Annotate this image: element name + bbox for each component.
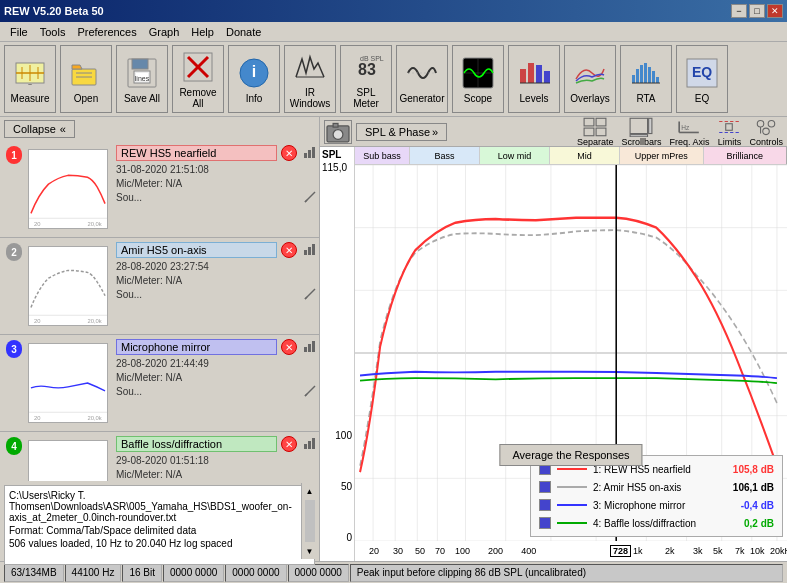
legend-checkbox-2[interactable]: [539, 481, 551, 493]
freq-20: 20: [369, 546, 379, 556]
spl-phase-button[interactable]: SPL & Phase »: [356, 123, 447, 141]
average-button[interactable]: Average the Responses: [499, 444, 642, 466]
svg-text:83: 83: [358, 61, 376, 78]
levels-button[interactable]: Levels: [508, 45, 560, 113]
info-label: Info: [246, 93, 263, 104]
legend-value-1: 105,8 dB: [719, 464, 774, 475]
menu-donate[interactable]: Donate: [220, 24, 267, 40]
collapse-button[interactable]: Collapse «: [4, 120, 75, 138]
limits-icon-item[interactable]: Limits: [717, 117, 741, 147]
svg-rect-73: [304, 444, 307, 449]
freq-axis-icon-item[interactable]: Hz Freq. Axis: [669, 117, 709, 147]
measurement-date-2: 28-08-2020 23:27:54: [116, 260, 297, 274]
measurement-meta-1: 31-08-2020 21:51:08 Mic/Meter: N/A Sou..…: [116, 163, 297, 205]
y-axis: SPL 115,0 100 50 0: [320, 147, 355, 561]
signal-icon-1[interactable]: [303, 145, 317, 188]
signal-icon-3[interactable]: [303, 339, 317, 382]
band-bass: Bass: [410, 147, 480, 164]
spl-meter-button[interactable]: dB SPL 83 SPL Meter: [340, 45, 392, 113]
menu-tools[interactable]: Tools: [34, 24, 72, 40]
measurement-soundcard-3: Sou...: [116, 385, 297, 399]
separate-icon-item[interactable]: Separate: [577, 117, 614, 147]
legend-checkbox-3[interactable]: [539, 499, 551, 511]
measurement-mic-3: Mic/Meter: N/A: [116, 371, 297, 385]
sample-rate-value: 44100 Hz: [72, 567, 115, 578]
data2-value: 0000 0000: [232, 567, 279, 578]
info-button[interactable]: i Info: [228, 45, 280, 113]
separate-icon: [583, 117, 607, 137]
freq-7k: 7k: [735, 546, 745, 556]
legend-label-3: 3: Microphone mirror: [593, 500, 713, 511]
maximize-button[interactable]: □: [749, 4, 765, 18]
measurement-item-1: 1 20 20,0k REW HS5 nearfiel: [0, 141, 319, 238]
generator-button[interactable]: Generator: [396, 45, 448, 113]
svg-text:i: i: [252, 63, 256, 80]
signal-icon-4[interactable]: [303, 436, 317, 479]
close-measurement-1[interactable]: ✕: [281, 145, 297, 161]
close-measurement-4[interactable]: ✕: [281, 436, 297, 452]
menu-help[interactable]: Help: [185, 24, 220, 40]
collapse-icon: «: [60, 123, 66, 135]
expand-icon: »: [432, 126, 438, 138]
svg-text:~: ~: [28, 81, 32, 88]
signal-icon-2[interactable]: [303, 242, 317, 285]
controls-icon-item[interactable]: Controls: [749, 117, 783, 147]
spl-meter-label: SPL Meter: [343, 87, 389, 109]
svg-line-59: [305, 297, 307, 299]
edit-icon-2[interactable]: [303, 287, 317, 330]
overlays-button[interactable]: Overlays: [564, 45, 616, 113]
legend-line-3: [557, 504, 587, 506]
remove-all-button[interactable]: Remove All: [172, 45, 224, 113]
scroll-up-arrow[interactable]: ▲: [302, 483, 318, 499]
close-measurement-3[interactable]: ✕: [281, 339, 297, 355]
measurement-name-input-3[interactable]: Microphone mirror: [116, 339, 277, 355]
measurement-name-input-2[interactable]: Amir HS5 on-axis: [116, 242, 277, 258]
legend-checkbox-4[interactable]: [539, 517, 551, 529]
svg-rect-38: [656, 77, 659, 83]
legend-value-2: 106,1 dB: [719, 482, 774, 493]
rta-button[interactable]: RTA: [620, 45, 672, 113]
close-button[interactable]: ✕: [767, 4, 783, 18]
measurement-actions-2: [301, 238, 319, 334]
measurement-info-3: Microphone mirror ✕ 28-08-2020 21:44:49 …: [112, 335, 301, 431]
scroll-down-arrow[interactable]: ▼: [302, 543, 318, 559]
minimize-button[interactable]: −: [731, 4, 747, 18]
measure-button[interactable]: ~ Measure: [4, 45, 56, 113]
menu-graph[interactable]: Graph: [143, 24, 186, 40]
edit-icon-3[interactable]: [303, 384, 317, 427]
thumbnail-4: 20 20,0k: [28, 440, 108, 481]
measurement-name-input-4[interactable]: Baffle loss/diffraction: [116, 436, 277, 452]
svg-rect-81: [584, 118, 594, 126]
scope-button[interactable]: Scope: [452, 45, 504, 113]
freq-3k: 3k: [693, 546, 703, 556]
svg-text:EQ: EQ: [692, 64, 712, 80]
legend-line-4: [557, 522, 587, 524]
svg-rect-85: [631, 118, 648, 133]
svg-rect-80: [333, 123, 338, 127]
edit-icon-1[interactable]: [303, 190, 317, 233]
menu-preferences[interactable]: Preferences: [71, 24, 142, 40]
generator-label: Generator: [399, 93, 444, 104]
measurement-item-3: 3 20 20,0k Microphone mirro: [0, 335, 319, 432]
svg-text:20,0k: 20,0k: [88, 221, 102, 227]
name-row-1: REW HS5 nearfield ✕: [116, 145, 297, 161]
measurement-name-input-1[interactable]: REW HS5 nearfield: [116, 145, 277, 161]
svg-rect-28: [528, 63, 534, 83]
freq-728: 728: [610, 545, 631, 557]
svg-text:lines: lines: [135, 75, 150, 82]
save-all-button[interactable]: lines Save All: [116, 45, 168, 113]
legend-item-4: 4: Baffle loss/diffraction 0,2 dB: [539, 514, 774, 532]
svg-text:Hz: Hz: [682, 124, 691, 131]
data2-status: 0000 0000: [225, 564, 286, 582]
open-button[interactable]: Open: [60, 45, 112, 113]
close-measurement-2[interactable]: ✕: [281, 242, 297, 258]
y-axis-label: SPL: [322, 149, 352, 160]
capture-button[interactable]: [324, 120, 352, 144]
menu-file[interactable]: File: [4, 24, 34, 40]
measurement-item-4: 4 20 20,0k Baffle loss/diff: [0, 432, 319, 481]
svg-rect-34: [640, 65, 643, 83]
right-panel: SPL & Phase » Separate: [320, 117, 787, 561]
eq-button[interactable]: EQ EQ: [676, 45, 728, 113]
scrollbars-icon-item[interactable]: Scrollbars: [621, 117, 661, 147]
ir-windows-button[interactable]: IR Windows: [284, 45, 336, 113]
